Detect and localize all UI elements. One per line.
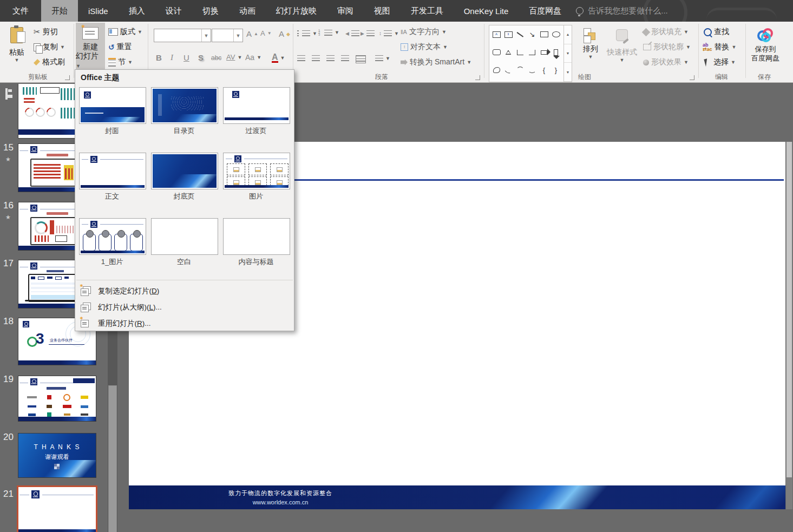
italic-button[interactable]: I xyxy=(171,53,173,62)
align-text-button[interactable]: ↕ 对齐文本▼ xyxy=(401,42,448,52)
shape-right-brace-icon[interactable]: } xyxy=(550,61,562,79)
tab-review[interactable]: 审阅 xyxy=(327,0,364,22)
gallery-scroll-down-icon[interactable]: ▼ xyxy=(564,44,572,63)
drawing-dialog-launcher-icon[interactable] xyxy=(690,75,694,80)
strikethrough-button[interactable]: abc xyxy=(211,54,221,62)
tell-me-box[interactable]: 告诉我您想要做什么... xyxy=(572,0,668,22)
shape-right-arrow-icon[interactable] xyxy=(538,43,550,61)
character-spacing-button[interactable]: AV ▼ xyxy=(226,53,242,61)
shape-curve-icon[interactable] xyxy=(526,61,538,79)
justify-button[interactable] xyxy=(341,55,349,61)
columns-button[interactable]: ▼ xyxy=(375,55,390,61)
shape-textbox-icon[interactable]: A xyxy=(490,25,502,43)
bullets-button[interactable]: ▼ xyxy=(297,30,317,36)
line-spacing-button[interactable]: ↕▼ xyxy=(379,30,399,36)
slide-thumbnail-20[interactable]: T H A N K S 谢谢观看 xyxy=(18,433,96,478)
arrange-button[interactable]: 排列 ▼ xyxy=(578,23,603,79)
shapes-gallery[interactable]: A ‖ ↘ { } ▲ ▼ ▼ xyxy=(489,25,572,82)
layout-cover[interactable] xyxy=(79,87,146,124)
distribute-text-button[interactable] xyxy=(356,55,366,63)
reuse-slides-menu-item[interactable]: ＊ 重用幻灯片(R)... xyxy=(77,316,292,332)
clipboard-dialog-launcher-icon[interactable] xyxy=(65,75,70,80)
reset-button[interactable]: ↺ 重置 xyxy=(108,42,132,52)
font-name-combobox[interactable]: ▼ xyxy=(154,29,211,42)
underline-button[interactable]: U xyxy=(183,53,189,62)
align-right-button[interactable] xyxy=(326,55,335,61)
layout-button[interactable]: 版式 ▼ xyxy=(108,27,142,37)
change-case-button[interactable]: Aa ▼ xyxy=(245,53,261,62)
cut-button[interactable]: ✂ 剪切 xyxy=(34,27,58,37)
shape-effects-button[interactable]: 形状效果▼ xyxy=(643,57,689,67)
shape-line-icon[interactable] xyxy=(514,25,526,43)
slide-thumbnail-21-selected[interactable] xyxy=(17,485,97,532)
replace-button[interactable]: ab⇄ac 替换▼ xyxy=(703,42,736,52)
layout-back-cover[interactable] xyxy=(151,153,218,189)
shape-vertical-textbox-icon[interactable]: ‖ xyxy=(502,25,514,43)
increase-font-size-button[interactable]: A▲ xyxy=(246,29,258,38)
tab-slideshow[interactable]: 幻灯片放映 xyxy=(266,0,327,22)
shape-rounded-rectangle-icon[interactable] xyxy=(490,43,502,61)
scrollbar-thumb[interactable] xyxy=(787,142,792,477)
bold-button[interactable]: B xyxy=(156,53,162,62)
shape-down-arrow-icon[interactable] xyxy=(550,43,562,61)
shape-outline-button[interactable]: 形状轮廓▼ xyxy=(643,42,691,52)
shape-fill-button[interactable]: 形状填充▼ xyxy=(643,27,689,37)
text-shadow-button[interactable]: S xyxy=(198,53,204,62)
layout-picture[interactable] xyxy=(223,153,290,189)
layout-toc[interactable] xyxy=(151,87,218,124)
shape-left-brace-icon[interactable]: { xyxy=(538,61,550,79)
tab-view[interactable]: 视图 xyxy=(364,0,401,22)
tab-onekey-lite[interactable]: OneKey Lite xyxy=(454,0,519,22)
find-button[interactable]: 查找 xyxy=(704,27,729,37)
shape-elbow-connector-icon[interactable] xyxy=(514,43,526,61)
align-center-button[interactable] xyxy=(312,55,320,61)
layout-transition[interactable] xyxy=(223,87,290,124)
layout-blank[interactable] xyxy=(151,218,218,255)
scrollbar-thumb[interactable] xyxy=(108,385,117,532)
tab-transitions[interactable]: 切换 xyxy=(192,0,229,22)
increase-indent-button[interactable]: ▶ xyxy=(361,30,375,36)
font-color-button[interactable]: A ▼ xyxy=(272,53,285,63)
shape-triangle-icon[interactable] xyxy=(502,43,514,61)
layout-body[interactable] xyxy=(79,153,146,189)
gallery-scroll-up-icon[interactable]: ▲ xyxy=(564,25,572,44)
layout-content-title[interactable] xyxy=(223,218,290,255)
layout-1-picture[interactable] xyxy=(79,218,146,255)
shape-elbow-arrow-connector-icon[interactable] xyxy=(526,43,538,61)
text-direction-button[interactable]: ‖A 文字方向▼ xyxy=(401,27,447,37)
copy-button[interactable]: 复制 ▼ xyxy=(34,42,65,52)
save-button[interactable] xyxy=(5,89,8,99)
numbering-button[interactable]: 123▼ xyxy=(318,29,339,36)
tab-file[interactable]: 文件 xyxy=(0,0,41,22)
duplicate-selected-slides-menu-item[interactable]: ＊ 复制选定幻灯片(D) xyxy=(77,283,292,299)
quick-styles-button[interactable]: 快速样式 ▼ xyxy=(604,23,640,79)
shape-scribble-icon[interactable] xyxy=(502,61,514,79)
shape-arc-icon[interactable] xyxy=(514,61,526,79)
tab-insert[interactable]: 插入 xyxy=(119,0,155,22)
slides-from-outline-menu-item[interactable]: 幻灯片(从大纲)(L)... xyxy=(77,299,292,316)
tab-islide[interactable]: iSlide xyxy=(78,0,119,22)
select-button[interactable]: 选择▼ xyxy=(705,57,736,67)
tab-developer[interactable]: 开发工具 xyxy=(401,0,454,22)
tab-home[interactable]: 开始 xyxy=(41,0,78,22)
section-button[interactable]: 节 ▼ xyxy=(108,57,133,67)
tab-baidu-netdisk[interactable]: 百度网盘 xyxy=(519,0,572,22)
slide-thumbnail-19[interactable] xyxy=(18,376,96,422)
convert-smartart-button[interactable]: 转换为 SmartArt▼ xyxy=(401,57,471,67)
clear-formatting-button[interactable]: A◆ xyxy=(279,29,290,38)
canvas-scrollbar[interactable] xyxy=(786,142,792,509)
font-size-combobox[interactable]: ▼ xyxy=(212,29,243,42)
shape-arrow-icon[interactable]: ↘ xyxy=(526,25,538,43)
tab-design[interactable]: 设计 xyxy=(155,0,192,22)
format-painter-button[interactable]: 格式刷 xyxy=(34,57,65,67)
decrease-font-size-button[interactable]: A▼ xyxy=(260,29,272,37)
align-left-button[interactable] xyxy=(297,55,305,61)
paste-button[interactable]: 粘贴 ▼ xyxy=(3,23,30,79)
paragraph-dialog-launcher-icon[interactable] xyxy=(475,75,480,80)
chevron-down-icon[interactable]: ▼ xyxy=(201,29,211,42)
shape-freeform-icon[interactable] xyxy=(490,61,502,79)
chevron-down-icon[interactable]: ▼ xyxy=(233,29,243,42)
decrease-indent-button[interactable]: ◀ xyxy=(345,30,359,36)
tab-animations[interactable]: 动画 xyxy=(229,0,266,22)
shape-rectangle-icon[interactable] xyxy=(538,25,550,43)
